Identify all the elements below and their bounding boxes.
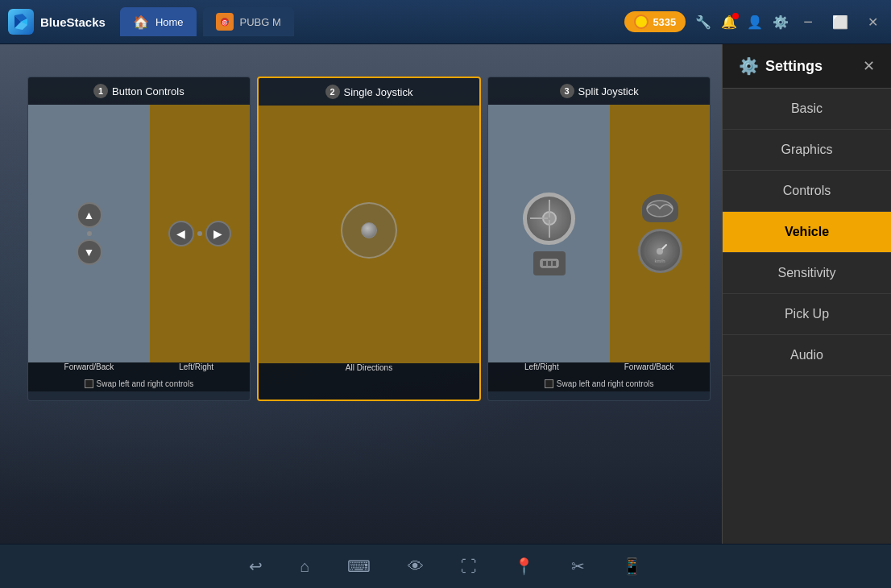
game-tab[interactable]: 🎯 PUBG M (203, 7, 294, 36)
settings-panel: ⚙️ Settings ✕ Basic Graphics Controls Ve… (722, 44, 891, 544)
keyboard-icon[interactable]: ⌨ (341, 553, 377, 579)
split-right-panel: km/h (610, 105, 710, 362)
home-tab[interactable]: 🏠 Home (120, 7, 197, 36)
bottombar: ↩ ⌂ ⌨ 👁 ⛶ 📍 ✂ 📱 (0, 544, 891, 588)
settings-menu: Basic Graphics Controls Vehicle Sensitiv… (723, 89, 891, 544)
lr-right-btn[interactable]: ▶ (205, 221, 231, 246)
notification-dot (732, 13, 739, 19)
back-icon[interactable]: ↩ (242, 553, 269, 579)
card-number-2: 2 (325, 85, 340, 99)
lr-left-btn[interactable]: ◀ (168, 221, 194, 246)
notification-icon[interactable]: 🔔 (721, 14, 737, 30)
joystick-outer (341, 202, 397, 259)
menu-item-graphics[interactable]: Graphics (723, 130, 891, 171)
forward-back-label: Forward/Back (64, 362, 114, 371)
single-joystick-header: 2 Single Joystick (259, 78, 480, 106)
button-controls-title: Button Controls (112, 85, 184, 97)
swap-cb-box-3[interactable] (545, 379, 553, 388)
settings-gear-icon[interactable]: ⚙️ (773, 14, 789, 30)
menu-item-controls[interactable]: Controls (723, 171, 891, 212)
split-joystick-title: Split Joystick (578, 85, 639, 97)
swap-checkbox-3[interactable]: Swap left and right controls (488, 376, 710, 391)
dpad-middle-row (87, 231, 92, 236)
card-number-3: 3 (560, 84, 574, 98)
single-joystick-labels: All Directions (259, 363, 480, 377)
svg-text:km/h: km/h (655, 259, 665, 263)
settings-header: ⚙️ Settings ✕ (723, 44, 891, 89)
swap-cb-box-1[interactable] (85, 379, 93, 388)
button-controls-card[interactable]: 1 Button Controls ▲ ▼ (27, 77, 251, 401)
svg-point-13 (657, 248, 663, 255)
location-icon[interactable]: 📍 (508, 553, 541, 579)
single-joystick-card[interactable]: 2 Single Joystick All Directions (257, 77, 482, 401)
card-number-1: 1 (93, 84, 108, 98)
menu-item-audio[interactable]: Audio (723, 335, 891, 376)
lr-dot (197, 231, 202, 236)
menu-item-pickup[interactable]: Pick Up (723, 294, 891, 335)
steering-wheel (523, 193, 575, 245)
single-joystick-body (259, 106, 480, 363)
split-joystick-header: 3 Split Joystick (488, 77, 710, 105)
button-controls-header: 1 Button Controls (28, 77, 250, 105)
phone-icon[interactable]: 📱 (615, 553, 649, 579)
split-left-panel (488, 105, 610, 362)
settings-gear-icon: ⚙️ (739, 56, 759, 76)
menu-item-basic[interactable]: Basic (723, 89, 891, 130)
wrench-icon[interactable]: 🔧 (695, 14, 711, 30)
single-joystick-title: Single Joystick (344, 86, 413, 98)
coin-icon (634, 14, 649, 29)
swap-label-3: Swap left and right controls (557, 379, 654, 388)
left-right-label: Left/Right (179, 362, 213, 371)
settings-title: ⚙️ Settings (739, 56, 823, 76)
button-ctrl-left-panel: ▲ ▼ (28, 105, 150, 362)
restore-button[interactable]: ⬜ (827, 13, 853, 31)
speed-dial: km/h (638, 229, 682, 273)
dpad-up[interactable]: ▲ (77, 202, 102, 228)
main-content: 1 Button Controls ▲ ▼ (0, 44, 891, 544)
account-icon[interactable]: 👤 (747, 14, 763, 30)
split-joystick-body: km/h (488, 105, 710, 362)
app-name: BlueStacks (40, 15, 106, 29)
menu-item-vehicle[interactable]: Vehicle (723, 212, 891, 253)
button-controls-labels: Forward/Back Left/Right (28, 362, 250, 376)
titlebar-right: 5335 🔧 🔔 👤 ⚙️ − ⬜ ✕ (624, 11, 883, 33)
control-cards-container: 1 Button Controls ▲ ▼ (24, 77, 714, 401)
menu-item-sensitivity[interactable]: Sensitivity (723, 253, 891, 294)
home-icon: 🏠 (133, 14, 149, 30)
dpad-line (87, 231, 92, 236)
button-controls-body: ▲ ▼ ◀ ▶ (28, 105, 250, 362)
split-joystick-card[interactable]: 3 Split Joystick (487, 77, 711, 401)
coin-count: 5335 (653, 16, 676, 28)
svg-text:🎯: 🎯 (221, 19, 229, 27)
button-ctrl-right-panel: ◀ ▶ (150, 105, 250, 362)
titlebar: BlueStacks 🏠 Home 🎯 PUBG M 5335 🔧 🔔 👤 ⚙️… (0, 0, 891, 44)
split-fb-label: Forward/Back (624, 362, 674, 371)
swap-checkbox-1[interactable]: Swap left and right controls (28, 376, 250, 391)
settings-close-button[interactable]: ✕ (863, 57, 875, 75)
split-joystick-labels: Left/Right Forward/Back (488, 362, 710, 376)
swap-label-1: Swap left and right controls (97, 379, 194, 388)
dpad-down[interactable]: ▼ (77, 239, 102, 265)
game-area: 1 Button Controls ▲ ▼ (0, 44, 722, 544)
brake-button (533, 251, 566, 275)
svg-rect-9 (548, 261, 551, 266)
close-button[interactable]: ✕ (863, 13, 883, 31)
bluestacks-logo (8, 9, 34, 35)
dpad: ▲ ▼ (77, 202, 102, 265)
eye-icon[interactable]: 👁 (401, 554, 430, 579)
split-lr-label: Left/Right (524, 362, 559, 371)
game-tab-icon: 🎯 (216, 13, 234, 31)
scissors-icon[interactable]: ✂ (565, 553, 591, 579)
fullscreen-icon[interactable]: ⛶ (454, 554, 483, 579)
home-bottom-icon[interactable]: ⌂ (293, 554, 316, 579)
svg-rect-10 (553, 261, 556, 266)
minimize-button[interactable]: − (798, 11, 818, 33)
all-directions-label: All Directions (346, 363, 392, 372)
coin-badge: 5335 (624, 11, 686, 32)
joystick-inner (361, 222, 377, 238)
wing-icon (642, 194, 678, 222)
svg-rect-8 (543, 261, 546, 266)
